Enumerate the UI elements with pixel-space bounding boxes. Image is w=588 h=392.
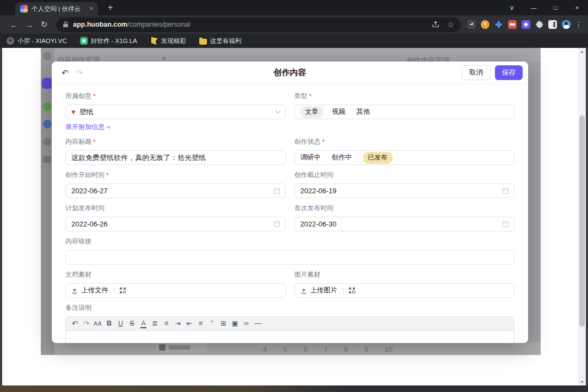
content-link-input[interactable] bbox=[65, 250, 514, 265]
required-asterisk: * bbox=[106, 171, 109, 179]
dialog-title: 创作内容 bbox=[274, 68, 307, 78]
backdrop-card bbox=[156, 342, 207, 353]
start-date-input[interactable]: 2022-06-27 bbox=[65, 183, 286, 198]
reload-button[interactable]: ↻ bbox=[36, 20, 52, 29]
bookmark-item[interactable]: 小羿 - XIAOYI.VC bbox=[7, 37, 67, 45]
tab-close-icon[interactable]: × bbox=[89, 5, 93, 12]
content-title-input[interactable]: 这款免费壁纸软件，真的无敌了：拾光壁纸 bbox=[65, 150, 286, 165]
field-label: 内容链接 bbox=[65, 237, 91, 246]
first-date-input[interactable]: 2022-06-30 bbox=[295, 217, 515, 231]
bookmark-label: 小羿 - XIAOYI.VC bbox=[17, 37, 67, 45]
qr-code-icon[interactable] bbox=[120, 287, 126, 293]
bookmark-star-icon[interactable]: ☆ bbox=[447, 20, 454, 29]
cancel-button[interactable]: 取消 bbox=[462, 65, 491, 80]
upload-file-button[interactable]: 上传文件 bbox=[71, 286, 108, 295]
bookmark-avatar-icon bbox=[7, 37, 14, 45]
plus-extension-icon[interactable] bbox=[494, 20, 503, 29]
field-label: 计划发布时间 bbox=[65, 204, 105, 213]
idea-select[interactable]: ♥ 壁纸 bbox=[65, 105, 286, 119]
quote-icon[interactable]: ” bbox=[206, 317, 218, 330]
upload-image-button[interactable]: 上传图片 bbox=[301, 286, 338, 295]
bookmark-app-icon bbox=[80, 37, 88, 45]
align-icon[interactable]: ≡ bbox=[195, 317, 206, 330]
sidebar-item-people bbox=[43, 156, 51, 163]
field-status: 创作状态* 调研中 创作中 已发布 bbox=[295, 137, 515, 165]
img-upload-box: 上传图片 bbox=[295, 283, 515, 298]
minimize-button[interactable]: — bbox=[523, 0, 544, 15]
link-icon[interactable]: ∞ bbox=[241, 317, 252, 330]
status-option-selected[interactable]: 已发布 bbox=[363, 152, 393, 164]
new-tab-button[interactable]: + bbox=[108, 3, 113, 13]
profile-avatar[interactable] bbox=[562, 20, 571, 29]
indent-decrease-icon[interactable]: ⇤ bbox=[183, 317, 195, 330]
field-label: 创作状态 bbox=[295, 137, 321, 146]
field-start-date: 创作开始时间* 2022-06-27 bbox=[65, 170, 286, 198]
undo-icon[interactable]: ↶ bbox=[62, 68, 76, 78]
browser-menu-icon[interactable]: ⋮ bbox=[575, 20, 583, 29]
end-date-input[interactable]: 2022-06-19 bbox=[295, 183, 515, 198]
underline-icon[interactable]: U bbox=[115, 317, 126, 330]
purple-extension-icon[interactable] bbox=[522, 20, 530, 29]
back-button[interactable]: ← bbox=[7, 20, 22, 29]
workspace-avatar bbox=[43, 52, 52, 60]
create-content-dialog: ↶ ↷ 创作内容 取消 保存 所属创意* ♥ 壁纸 展开附加信息 类型* 文章 … bbox=[52, 62, 528, 343]
plan-date-input[interactable]: 2022-06-26 bbox=[65, 217, 286, 231]
undo-icon[interactable]: ↶ bbox=[69, 317, 81, 330]
bookmark-item[interactable]: 好软件 - X1G.LA bbox=[80, 37, 137, 45]
bookmark-item[interactable]: 这里有福利 bbox=[199, 37, 242, 45]
extensions-puzzle-icon[interactable] bbox=[535, 21, 543, 29]
bookmark-label: 好软件 - X1G.LA bbox=[91, 37, 137, 45]
type-option-selected[interactable]: 文章 bbox=[301, 106, 323, 118]
divider-icon[interactable]: — bbox=[252, 317, 264, 330]
type-option[interactable]: 其他 bbox=[357, 107, 370, 117]
maximize-button[interactable]: □ bbox=[544, 0, 566, 15]
browser-tab[interactable]: 个人空间 | 伙伴云 × bbox=[15, 2, 98, 15]
scroll-down-icon[interactable]: ▼ bbox=[578, 380, 586, 384]
font-color-icon[interactable]: A bbox=[138, 317, 149, 330]
window-bottom-edge bbox=[0, 385, 588, 392]
side-panel-icon[interactable] bbox=[548, 20, 557, 29]
browser-scrollbar[interactable]: ▲ ▼ bbox=[578, 48, 586, 385]
field-label: 创作截止时间 bbox=[295, 170, 334, 180]
scroll-up-icon[interactable]: ▲ bbox=[578, 50, 586, 53]
bold-icon[interactable]: B bbox=[103, 317, 115, 330]
status-option[interactable]: 创作中 bbox=[332, 153, 352, 162]
field-type: 类型* 文章 视频 其他 bbox=[295, 91, 515, 132]
red-extension-icon[interactable] bbox=[508, 20, 517, 29]
expand-extra-info-link[interactable]: 展开附加信息 bbox=[65, 122, 110, 132]
bookmark-item[interactable]: 发现精彩 bbox=[150, 37, 186, 45]
qr-code-icon[interactable] bbox=[349, 287, 355, 293]
bullet-list-icon[interactable]: ≡ bbox=[161, 317, 172, 330]
table-icon[interactable]: ⊞ bbox=[218, 317, 229, 330]
font-size-icon[interactable]: AA bbox=[92, 317, 103, 330]
page-number: 9 bbox=[364, 345, 368, 353]
field-first-date: 首次发布时间 2022-06-30 bbox=[295, 204, 515, 231]
forward-button[interactable]: → bbox=[22, 20, 37, 29]
ordered-list-icon[interactable]: ≣ bbox=[149, 317, 161, 330]
type-options: 文章 视频 其他 bbox=[295, 105, 515, 119]
page-number: 8 bbox=[344, 345, 348, 353]
screenshot-extension-icon[interactable] bbox=[467, 20, 476, 29]
share-icon[interactable] bbox=[432, 21, 439, 28]
strikethrough-icon[interactable]: S bbox=[126, 317, 138, 330]
redo-icon[interactable]: ↷ bbox=[81, 317, 92, 330]
dialog-form: 所属创意* ♥ 壁纸 展开附加信息 类型* 文章 视频 其他 内容标题* 这款免… bbox=[52, 84, 528, 343]
scrollbar-thumb[interactable] bbox=[579, 115, 585, 327]
indent-increase-icon[interactable]: ⇥ bbox=[172, 317, 183, 330]
address-bar[interactable]: app.huoban.com/companies/personal ☆ bbox=[56, 17, 461, 32]
save-button[interactable]: 保存 bbox=[495, 65, 523, 80]
required-asterisk: * bbox=[322, 138, 325, 146]
status-option[interactable]: 调研中 bbox=[301, 153, 321, 162]
field-label: 文档素材 bbox=[65, 270, 91, 279]
clock-extension-icon[interactable] bbox=[481, 20, 489, 29]
tab-title: 个人空间 | 伙伴云 bbox=[32, 5, 85, 13]
field-label: 首次发布时间 bbox=[295, 204, 334, 213]
type-option[interactable]: 视频 bbox=[332, 107, 346, 117]
image-icon[interactable]: ▣ bbox=[229, 317, 241, 330]
redo-icon[interactable]: ↷ bbox=[76, 68, 90, 78]
status-options: 调研中 创作中 已发布 bbox=[295, 150, 515, 165]
bookmark-folder-icon bbox=[199, 39, 207, 45]
tab-search-icon[interactable]: ∨ bbox=[501, 0, 523, 15]
close-button[interactable]: × bbox=[566, 0, 588, 15]
editor-text-area[interactable] bbox=[66, 331, 514, 343]
